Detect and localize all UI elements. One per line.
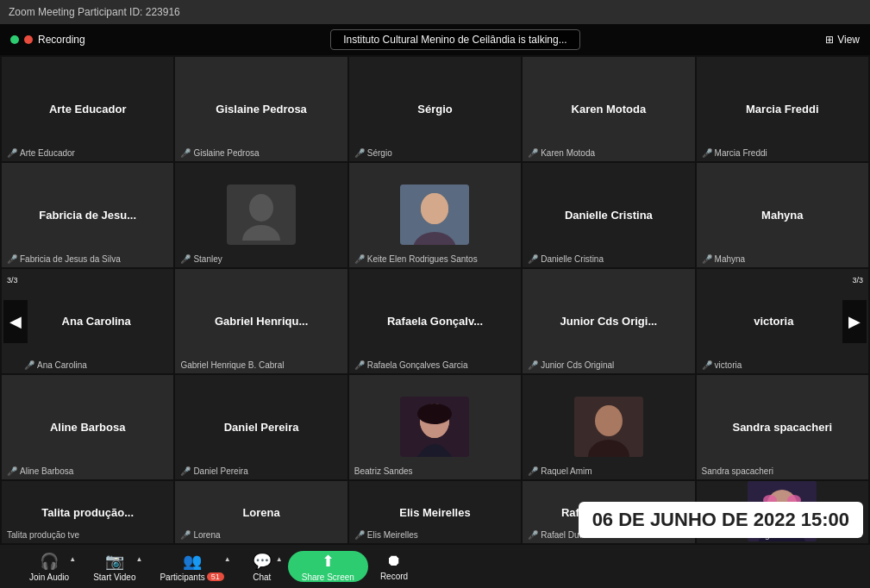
participants-button[interactable]: 👥 Participants 51 ▲ xyxy=(147,552,235,582)
participant-tile[interactable]: Talita produção... Talita produção tve xyxy=(2,481,173,543)
caret-icon: ▲ xyxy=(69,555,76,563)
label-text: Gislaine Pedrosa xyxy=(193,148,259,158)
participant-tile[interactable]: Karen Motoda 🎤 Karen Motoda xyxy=(523,57,694,161)
participant-tile[interactable]: Marcia Freddi 🎤 Marcia Freddi xyxy=(697,57,868,161)
participant-name: Lorena xyxy=(237,506,285,519)
label-text: Gabriel Henrique B. Cabral xyxy=(180,360,284,370)
label-text: Mahyna xyxy=(715,254,746,264)
participant-name: Elis Meirelles xyxy=(394,506,475,519)
label-text: Aline Barbosa xyxy=(20,466,73,476)
label-text: Danielle Cristina xyxy=(541,254,604,264)
participant-tile[interactable]: Fabricia de Jesu... 🎤 Fabricia de Jesus … xyxy=(2,163,173,267)
join-audio-button[interactable]: 🎧 Join Audio ▲ xyxy=(17,552,81,582)
participant-tile[interactable]: Gabriel Henriqu... Gabriel Henrique B. C… xyxy=(175,269,347,373)
svg-point-12 xyxy=(595,405,623,436)
grid-icon: ⊞ xyxy=(825,34,834,46)
datetime-text: 06 DE JUNHO DE 2022 15:00 xyxy=(592,509,849,530)
participant-label: 🎤 Arte Educador xyxy=(7,148,75,158)
participant-photo xyxy=(400,397,469,457)
participant-label: 🎤 Ana Carolina xyxy=(24,360,87,370)
label-text: Karen Motoda xyxy=(541,148,595,158)
page-indicator-right: 3/3 xyxy=(852,276,863,285)
participant-tile[interactable]: Mahyna 🎤 Mahyna xyxy=(697,163,868,267)
participant-name: Gabriel Henriqu... xyxy=(210,315,313,328)
participant-tile[interactable]: Arte Educador 🎤 Arte Educador xyxy=(2,57,173,161)
participant-tile[interactable]: Sandra spacacheri Sandra spacacheri xyxy=(697,375,868,479)
participant-tile[interactable]: Daniel Pereira 🎤 Daniel Pereira xyxy=(175,375,347,479)
label-text: Sérgio xyxy=(367,148,392,158)
share-screen-icon: ⬆ xyxy=(322,552,335,571)
participant-tile[interactable]: 🎤 Stanley xyxy=(175,163,347,267)
svg-point-1 xyxy=(249,194,273,222)
participant-tile[interactable]: ◀ 3/3 Ana Carolina 🎤 Ana Carolina xyxy=(2,269,173,373)
nav-prev-button[interactable]: ◀ xyxy=(3,300,28,343)
share-screen-label: Share Screen xyxy=(302,572,354,582)
mic-muted-icon: 🎤 xyxy=(7,254,17,264)
participant-label: 🎤 Raquel Amim xyxy=(528,466,591,476)
label-text: Daniel Pereira xyxy=(193,466,247,476)
recording-label: Recording xyxy=(38,34,85,46)
participant-name: Aline Barbosa xyxy=(45,421,130,434)
chat-label: Chat xyxy=(253,572,271,582)
caret-icon: ▲ xyxy=(276,555,283,563)
datetime-overlay: 06 DE JUNHO DE 2022 15:00 xyxy=(579,502,863,538)
participant-photo xyxy=(400,185,469,245)
participant-name: Rafaela Gonçalv... xyxy=(382,315,488,328)
participant-tile[interactable]: 🎤 Raquel Amim xyxy=(523,375,694,479)
mic-muted-icon: 🎤 xyxy=(528,466,538,476)
label-text: Lorena xyxy=(193,530,220,540)
participant-tile[interactable]: Rafaela Gonçalv... 🎤 Rafaela Gonçalves G… xyxy=(349,269,521,373)
participant-name: Junior Cds Origi... xyxy=(555,315,663,328)
participant-tile[interactable]: 🎤 Keite Elen Rodrigues Santos xyxy=(349,163,521,267)
participant-tile[interactable]: Beatriz Sandes xyxy=(349,375,521,479)
participant-tile[interactable]: Sérgio 🎤 Sérgio xyxy=(349,57,521,161)
participant-label: 🎤 Marcia Freddi xyxy=(702,148,767,158)
view-button[interactable]: ⊞ View xyxy=(825,34,860,46)
headphone-icon: 🎧 xyxy=(40,552,59,571)
participant-name: Arte Educador xyxy=(44,103,132,116)
participant-label: 🎤 Junior Cds Original xyxy=(528,360,614,370)
record-button[interactable]: ⏺ Record xyxy=(368,552,420,581)
mic-muted-icon: 🎤 xyxy=(7,466,17,476)
participant-label: Beatriz Sandes xyxy=(354,466,413,476)
start-video-label: Start Video xyxy=(93,572,135,582)
record-label: Record xyxy=(380,572,408,581)
record-icon: ⏺ xyxy=(386,552,402,570)
label-text: Ana Carolina xyxy=(37,360,87,370)
mic-muted-icon: 🎤 xyxy=(24,360,34,370)
top-bar: Recording Instituto Cultural Menino de C… xyxy=(0,24,870,55)
participant-name: Mahyna xyxy=(756,209,808,222)
participant-name: victoria xyxy=(748,315,798,328)
nav-next-button[interactable]: ▶ xyxy=(842,300,867,343)
participants-label: Participants xyxy=(160,572,204,582)
label-text: Rafaela Gonçalves Garcia xyxy=(367,360,468,370)
toolbar: 🎧 Join Audio ▲ 📷 Start Video ▲ 👥 Partici… xyxy=(0,545,870,588)
participant-tile[interactable]: Lorena 🎤 Lorena xyxy=(175,481,347,543)
mic-muted-icon: 🎤 xyxy=(354,148,365,158)
share-screen-button[interactable]: ⬆ Share Screen xyxy=(288,551,368,582)
participant-label: 🎤 Daniel Pereira xyxy=(180,466,247,476)
participant-tile[interactable]: Aline Barbosa 🎤 Aline Barbosa xyxy=(2,375,173,479)
participant-tile[interactable]: Danielle Cristina 🎤 Danielle Cristina xyxy=(523,163,694,267)
recording-indicator: Recording xyxy=(10,34,85,46)
label-text: Fabricia de Jesus da Silva xyxy=(20,254,121,264)
participant-label: 🎤 Karen Motoda xyxy=(528,148,595,158)
label-text: Raquel Amim xyxy=(541,466,591,476)
participant-tile[interactable]: Junior Cds Origi... 🎤 Junior Cds Origina… xyxy=(523,269,694,373)
mic-muted-icon: 🎤 xyxy=(180,148,191,158)
chat-button[interactable]: 💬 Chat ▲ xyxy=(236,552,288,582)
label-text: Elis Meirelles xyxy=(367,530,418,540)
title-bar: Zoom Meeting Participant ID: 223916 xyxy=(0,0,870,24)
participant-name: Daniel Pereira xyxy=(219,421,304,434)
participant-tile[interactable]: Elis Meirelles 🎤 Elis Meirelles xyxy=(349,481,521,543)
label-text: Marcia Freddi xyxy=(715,148,767,158)
mic-muted-icon: 🎤 xyxy=(702,254,712,264)
label-text: Keite Elen Rodrigues Santos xyxy=(367,254,478,264)
caret-icon: ▲ xyxy=(224,555,231,563)
participant-tile[interactable]: Gislaine Pedrosa 🎤 Gislaine Pedrosa xyxy=(175,57,347,161)
participant-tile[interactable]: ▶ 3/3 victoria 🎤 victoria xyxy=(697,269,868,373)
participant-name: Danielle Cristina xyxy=(560,209,658,222)
participant-label: 🎤 Mahyna xyxy=(702,254,746,264)
camera-off-icon: 📷 xyxy=(105,552,124,571)
start-video-button[interactable]: 📷 Start Video ▲ xyxy=(81,552,147,582)
